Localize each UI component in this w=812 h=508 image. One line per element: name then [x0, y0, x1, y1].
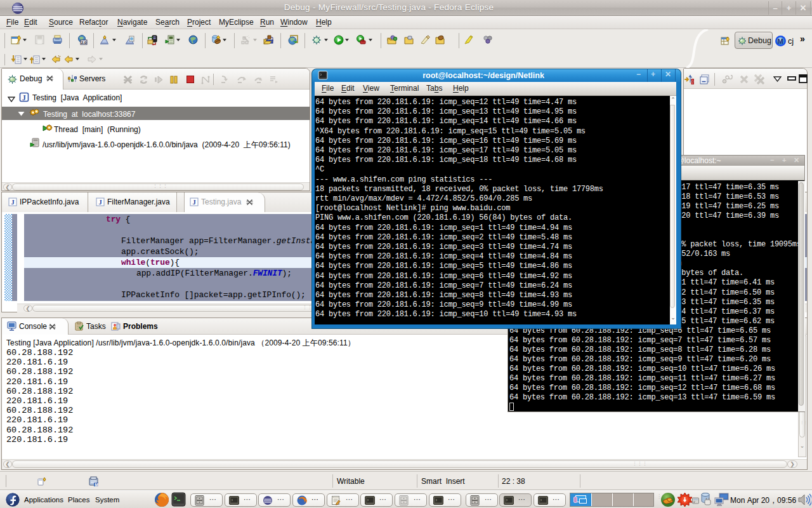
svg-text:M: M: [778, 37, 783, 45]
svg-text:J: J: [22, 94, 26, 102]
svg-text:2.0: 2.0: [81, 41, 87, 44]
svg-text:J: J: [11, 199, 15, 206]
svg-text:J: J: [193, 199, 196, 206]
svg-text:J: J: [99, 199, 102, 206]
svg-text:M: M: [95, 483, 98, 487]
